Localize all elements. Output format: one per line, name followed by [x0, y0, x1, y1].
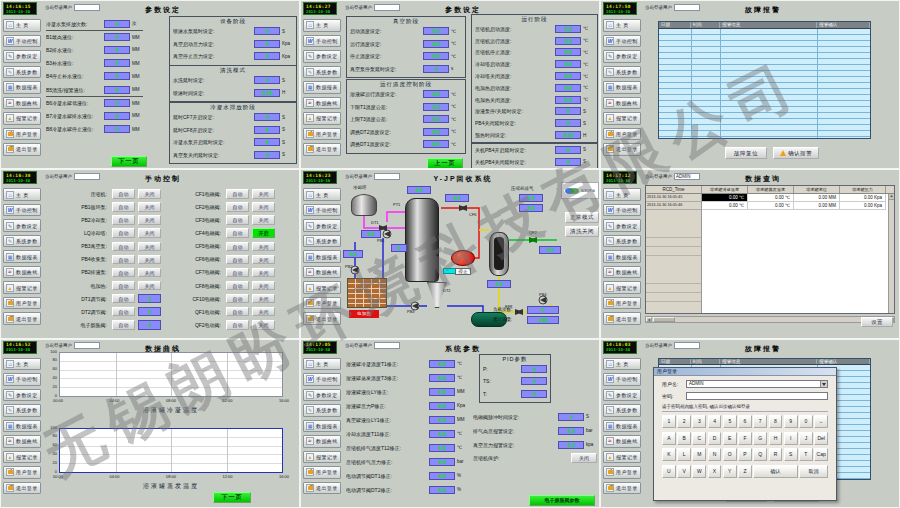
sidebar-item[interactable]: 数据曲线	[603, 435, 641, 448]
auto-button[interactable]: 自动	[112, 215, 135, 225]
auto-button[interactable]: 自动	[112, 281, 135, 291]
sidebar-item[interactable]: 数据曲线	[603, 97, 641, 110]
value-box[interactable]: 4	[558, 413, 584, 421]
sidebar-item[interactable]: 报警记录	[303, 112, 341, 125]
sidebar-item[interactable]: 参数设定	[603, 219, 641, 232]
value-box[interactable]: 0	[104, 86, 130, 94]
auto-button[interactable]: 自动	[226, 215, 249, 225]
keyboard-key[interactable]: E	[723, 432, 737, 445]
value-box[interactable]: 0.0	[555, 25, 581, 33]
value-box[interactable]: 0.0	[423, 140, 449, 148]
sidebar-item[interactable]: 退出登录	[603, 482, 641, 495]
keyboard-key[interactable]: 5	[723, 415, 737, 428]
keyboard-key[interactable]: H	[769, 432, 783, 445]
sidebar-item[interactable]: 系统参数	[3, 235, 41, 248]
value-box[interactable]: 0.0	[555, 60, 581, 68]
auto-button[interactable]: 自动	[226, 307, 249, 317]
auto-button[interactable]: 自动	[112, 255, 135, 265]
auto-button[interactable]: 自动	[112, 189, 135, 199]
auto-button[interactable]: 自动	[226, 281, 249, 291]
sidebar-item[interactable]: 用户登录	[3, 128, 41, 141]
chart1-plot-area[interactable]	[59, 352, 283, 397]
value-box[interactable]: 0.0	[423, 103, 449, 111]
value-box[interactable]: 0.0	[429, 458, 455, 466]
value-box[interactable]: 0	[555, 146, 581, 154]
sidebar-item[interactable]: 参数设定	[603, 50, 641, 63]
value-box[interactable]: 0.0	[429, 472, 455, 480]
state-button[interactable]: 关闭	[252, 281, 275, 291]
sidebar-item[interactable]: 系统参数	[603, 235, 641, 248]
value-box[interactable]: 0.00	[555, 131, 581, 139]
keyboard-key[interactable]: D	[708, 432, 722, 445]
state-button[interactable]: 0	[138, 320, 161, 330]
value-box[interactable]: 0.0	[555, 37, 581, 45]
sidebar-item[interactable]: 主 页	[303, 358, 341, 371]
sidebar-item[interactable]: 主 页	[303, 19, 341, 32]
state-button[interactable]: 关闭	[138, 268, 161, 278]
expansion-valve-params-button[interactable]: 电子膨胀阀参数	[529, 495, 595, 506]
row-time-cell[interactable]: 2013-10-30 16:05:46	[646, 202, 702, 210]
state-button[interactable]: 关闭	[252, 189, 275, 199]
keyboard-key[interactable]: Cap	[814, 448, 828, 461]
value-box[interactable]: 0	[555, 107, 581, 115]
value-box[interactable]: 0.0	[423, 52, 449, 60]
value-box[interactable]: 0.0	[423, 115, 449, 123]
value-box[interactable]: 0.0	[423, 90, 449, 98]
sidebar-item[interactable]: 系统参数	[303, 235, 341, 248]
value-box[interactable]: 0.0	[429, 402, 455, 410]
keyboard-key[interactable]: B	[677, 432, 691, 445]
sidebar-item[interactable]: 手动控制	[303, 35, 341, 48]
sidebar-item[interactable]: 退出登录	[303, 482, 341, 495]
auto-button[interactable]: 自动	[226, 268, 249, 278]
state-button[interactable]: 开启	[252, 228, 275, 238]
value-box[interactable]: 0.0	[558, 427, 584, 435]
auto-button[interactable]: 自动	[112, 242, 135, 252]
value-box[interactable]: 0	[104, 99, 130, 107]
sidebar-item[interactable]: 数据曲线	[3, 435, 41, 448]
sidebar-item[interactable]: 退出登录	[303, 143, 341, 156]
state-button[interactable]: 关闭	[252, 307, 275, 317]
value-box[interactable]: 0.0	[429, 416, 455, 424]
sidebar-item[interactable]: 退出登录	[303, 312, 341, 325]
value-box[interactable]: 0.0	[429, 444, 455, 452]
sidebar-item[interactable]: 手动控制	[603, 35, 641, 48]
state-button[interactable]: 关闭	[252, 268, 275, 278]
auto-button[interactable]: 自动	[226, 228, 249, 238]
sidebar-item[interactable]: 报警记录	[303, 281, 341, 294]
keyboard-key[interactable]: R	[769, 448, 783, 461]
keyboard-key[interactable]: 9	[784, 415, 798, 428]
sidebar-item[interactable]: 系统参数	[303, 404, 341, 417]
sidebar-item[interactable]: 报警记录	[3, 451, 41, 464]
sidebar-item[interactable]: 主 页	[3, 358, 41, 371]
value-box[interactable]: 0	[104, 72, 130, 80]
state-button[interactable]: 关闭	[138, 281, 161, 291]
username-select[interactable]: ADMIN	[686, 380, 828, 388]
auto-button[interactable]: 自动	[226, 320, 249, 330]
sidebar-item[interactable]: 数据曲线	[303, 97, 341, 110]
sidebar-item[interactable]: 数据报表	[303, 420, 341, 433]
sidebar-item[interactable]: 数据曲线	[603, 266, 641, 279]
sidebar-item[interactable]: 主 页	[603, 188, 641, 201]
value-box[interactable]: 0.0	[555, 84, 581, 92]
keyboard-key[interactable]: M	[692, 448, 706, 461]
keyboard-key[interactable]: V	[677, 465, 691, 478]
sidebar-item[interactable]: 退出登录	[603, 312, 641, 325]
keyboard-key[interactable]: 8	[769, 415, 783, 428]
keyboard-key[interactable]: 7	[753, 415, 767, 428]
keyboard-key[interactable]: C	[692, 432, 706, 445]
value-box[interactable]: 0	[254, 138, 280, 146]
sidebar-item[interactable]: 退出登录	[3, 143, 41, 156]
value-box[interactable]: 0	[555, 119, 581, 127]
value-box[interactable]: 0	[104, 125, 130, 133]
sidebar-item[interactable]: 报警记录	[603, 112, 641, 125]
auto-button[interactable]: 自动	[112, 307, 135, 317]
row-cell[interactable]: 0.00 ℃	[748, 202, 794, 210]
query-column-header[interactable]: 溶液罐冷凝温度	[702, 186, 748, 193]
value-box[interactable]: 0	[254, 27, 280, 35]
query-column-header[interactable]: 压缩机	[886, 186, 895, 193]
table-row[interactable]: 2013-10-30 16:05:46 0.00 ℃ 0.00 ℃ 0.00 M…	[646, 202, 894, 210]
keyboard-key[interactable]: Z	[738, 465, 752, 478]
auto-button[interactable]: 自动	[226, 202, 249, 212]
sidebar-item[interactable]: 报警记录	[603, 451, 641, 464]
sidebar-item[interactable]: 系统参数	[603, 404, 641, 417]
